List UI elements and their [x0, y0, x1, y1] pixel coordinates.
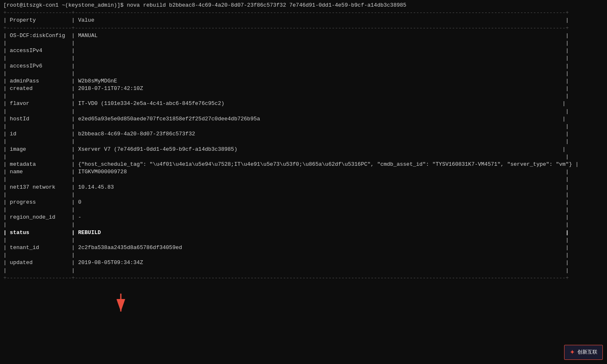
table-row: | metadata | {"host_schedule_tag": "\u4f…: [3, 161, 604, 168]
table-row: | OS-DCF:diskConfig | MANUAL |: [3, 32, 604, 40]
terminal: [root@itszgk-con1 ~(keystone_admin)]$ no…: [0, 0, 607, 284]
table-row: | accessIPv6 | |: [3, 62, 604, 70]
table-row: | net137 network | 10.14.45.83 |: [3, 184, 604, 191]
table-row: | tenant_id | 2c2fba538aa2435d8a65786df3…: [3, 244, 604, 252]
watermark-text: 创新互联: [577, 349, 597, 356]
command-prompt: [root@itszgk-con1 ~(keystone_admin)]$ no…: [3, 2, 604, 9]
table-row: | | |: [3, 267, 604, 274]
table-row: | | |: [3, 206, 604, 214]
table-row: | | |: [3, 138, 604, 145]
table-row: | status | REBUILD |: [3, 229, 604, 237]
table-row: | image | Xserver V7 (7e746d91-0dd1-4e59…: [3, 146, 604, 153]
table-header: | Property | Value |: [3, 17, 604, 24]
table-row: | region_node_id | - |: [3, 214, 604, 221]
table-row: | | |: [3, 70, 604, 77]
table-row: | | |: [3, 92, 604, 100]
table-row: | | |: [3, 123, 604, 130]
table-row: | | |: [3, 40, 604, 47]
arrow-icon: [112, 292, 146, 317]
separator-bottom: +--------------------+------------------…: [3, 274, 604, 282]
table-row: | adminPass | W2b8sMyMDGnE |: [3, 77, 604, 85]
watermark-icon: ✦: [570, 348, 575, 357]
table-row: | hostId | e2ed65a93e5e0d850aede707fce31…: [3, 115, 604, 123]
table-body: | OS-DCF:diskConfig | MANUAL || |: [3, 32, 604, 274]
watermark-badge: ✦ 创新互联: [564, 345, 603, 360]
table-row: | | |: [3, 176, 604, 183]
table-row: | progress | 0 |: [3, 199, 604, 206]
separator-top: +--------------------+------------------…: [3, 9, 604, 17]
table-row: | created | 2018-07-11T07:42:10Z |: [3, 85, 604, 92]
arrow-annotation: [112, 292, 146, 319]
table-row: | | |: [3, 237, 604, 244]
table-row: | | |: [3, 108, 604, 115]
table-row: | flavor | IT-VD0 (1101e334-2e5a-4c41-ab…: [3, 100, 604, 107]
table-row: | name | ITGKVM000009728 |: [3, 168, 604, 176]
table-row: | accessIPv4 | |: [3, 47, 604, 55]
table-row: | | |: [3, 221, 604, 229]
table-row: | | |: [3, 153, 604, 161]
separator-header: +--------------------+------------------…: [3, 25, 604, 32]
table-row: | updated | 2019-08-05T09:34:34Z |: [3, 259, 604, 267]
table-row: | | |: [3, 252, 604, 259]
table-row: | | |: [3, 191, 604, 199]
table-row: | id | b2bbeac8-4c69-4a20-8d07-23f86c573…: [3, 130, 604, 138]
table-row: | | |: [3, 55, 604, 62]
